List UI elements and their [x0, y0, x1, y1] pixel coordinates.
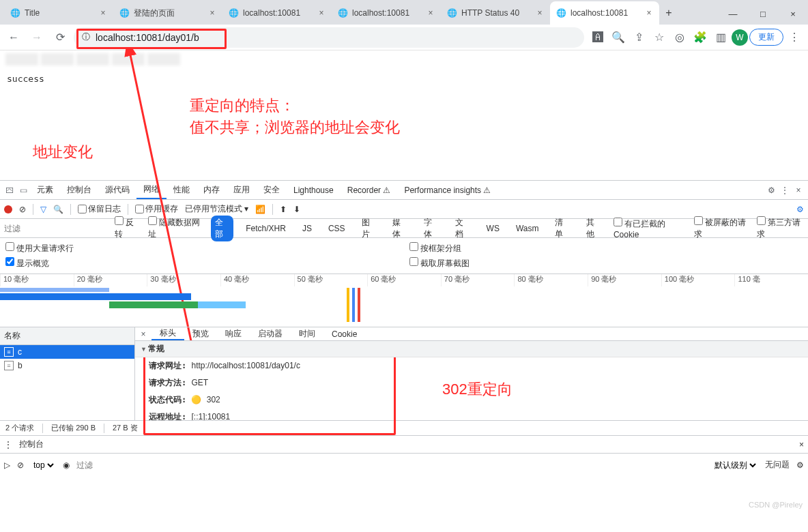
close-icon[interactable]: ×	[644, 8, 654, 18]
close-icon[interactable]: ×	[317, 8, 326, 18]
devtools-tab-active[interactable]: 网络	[136, 181, 167, 199]
download-icon[interactable]: ⬇	[293, 205, 300, 214]
devtools-tab[interactable]: 安全	[257, 181, 287, 199]
gear-icon[interactable]: ⚙	[796, 460, 804, 470]
devtools-tab[interactable]: 元素	[30, 181, 60, 199]
hide-data-checkbox[interactable]: 隐藏数据网址	[148, 216, 203, 240]
wifi-icon[interactable]: 📶	[255, 205, 265, 214]
browser-tab[interactable]: 🌐 登陆的页面 ×	[113, 1, 222, 25]
type-filter[interactable]: WS	[482, 222, 504, 235]
invert-checkbox[interactable]: 反转	[115, 216, 140, 240]
gear-icon[interactable]: ⚙	[796, 205, 804, 214]
update-button[interactable]: 更新	[749, 29, 783, 46]
gear-icon[interactable]: ⚙	[764, 186, 778, 195]
close-icon[interactable]: ×	[98, 8, 108, 18]
detail-tab[interactable]: 预览	[184, 327, 217, 340]
filter-input[interactable]	[4, 224, 106, 233]
site-icon[interactable]: ◎	[670, 28, 689, 47]
browser-tab[interactable]: 🌐 localhost:10081 ×	[222, 1, 332, 25]
stop-icon[interactable]: ▷	[4, 460, 10, 470]
bookmark-item[interactable]	[147, 53, 180, 65]
close-icon[interactable]: ×	[535, 8, 545, 18]
context-select[interactable]: top	[31, 460, 56, 471]
devtools-tab[interactable]: 内存	[197, 181, 227, 199]
type-filter[interactable]: 字体	[420, 216, 443, 241]
record-button[interactable]	[4, 205, 12, 213]
forward-button[interactable]: →	[27, 28, 46, 47]
devtools-tab[interactable]: Lighthouse	[287, 181, 341, 199]
devtools-tab[interactable]: 应用	[227, 181, 257, 199]
device-icon[interactable]: ▭	[16, 186, 30, 195]
browser-tab[interactable]: 🌐 localhost:10081 ×	[332, 1, 441, 25]
console-filter-input[interactable]	[76, 460, 281, 470]
close-detail-button[interactable]: ×	[135, 329, 152, 339]
clear-console-icon[interactable]: ⊘	[17, 460, 24, 470]
search-icon[interactable]: 🔍	[53, 205, 63, 214]
preserve-log-checkbox[interactable]: 保留日志	[78, 203, 121, 215]
eye-icon[interactable]: ◉	[63, 460, 70, 470]
detail-tab[interactable]: Cookie	[323, 327, 365, 340]
disable-cache-checkbox[interactable]: 停用缓存	[135, 203, 178, 215]
devtools-tab[interactable]: 源代码	[98, 181, 136, 199]
url-input[interactable]	[96, 32, 576, 43]
section-general[interactable]: 常规	[135, 341, 808, 357]
network-timeline[interactable]: 10 毫秒20 毫秒 30 毫秒40 毫秒 50 毫秒60 毫秒 70 毫秒80…	[0, 274, 808, 327]
filter-icon[interactable]: ▽	[40, 205, 46, 214]
clear-icon[interactable]: ⊘	[19, 205, 26, 214]
devtools-tab[interactable]: Performance insights ⚠	[397, 181, 497, 199]
detail-tab[interactable]: 启动器	[250, 327, 291, 340]
blocked-req-checkbox[interactable]: 被屏蔽的请求	[694, 216, 749, 240]
devtools-tab[interactable]: 控制台	[60, 181, 98, 199]
devtools-tab[interactable]: 性能	[167, 181, 197, 199]
menu-icon[interactable]: ⋮	[4, 440, 12, 449]
menu-icon[interactable]: ⋮	[785, 28, 804, 47]
browser-tab[interactable]: 🌐 HTTP Status 40 ×	[441, 1, 550, 25]
browser-tab-active[interactable]: 🌐 localhost:10081 ×	[550, 1, 659, 25]
type-filter[interactable]: Wasm	[512, 222, 543, 235]
type-filter[interactable]: 文档	[451, 216, 474, 241]
log-level-select[interactable]: 默认级别	[712, 460, 758, 471]
menu-icon[interactable]: ⋮	[778, 186, 792, 195]
show-overview-checkbox[interactable]: 显示概览	[5, 256, 399, 271]
type-filter[interactable]: 全部	[211, 216, 234, 241]
type-filter[interactable]: Fetch/XHR	[242, 222, 290, 235]
blocked-cookie-checkbox[interactable]: 有已拦截的 Cookie	[614, 218, 686, 239]
minimize-button[interactable]: —	[718, 3, 748, 25]
url-box[interactable]: ⓘ	[74, 27, 584, 48]
close-icon[interactable]: ×	[426, 8, 435, 18]
back-button[interactable]: ←	[4, 28, 23, 47]
zoom-icon[interactable]: 🔍	[609, 28, 628, 47]
type-filter[interactable]: 图片	[358, 216, 381, 241]
bookmark-item[interactable]	[112, 53, 145, 65]
upload-icon[interactable]: ⬆	[280, 205, 287, 214]
request-row[interactable]: ≡ c	[0, 345, 134, 359]
bookmark-item[interactable]	[5, 53, 38, 65]
bookmark-item[interactable]	[41, 53, 74, 65]
close-icon[interactable]: ×	[792, 186, 805, 195]
close-window-button[interactable]: ×	[778, 3, 808, 25]
type-filter[interactable]: 其他	[582, 216, 605, 241]
close-icon[interactable]: ×	[207, 8, 217, 18]
detail-tab[interactable]: 标头	[152, 327, 184, 340]
extensions-icon[interactable]: 🧩	[691, 28, 710, 47]
type-filter[interactable]: 清单	[551, 216, 574, 241]
throttle-select[interactable]: 已停用节流模式 ▾	[185, 203, 248, 215]
request-row[interactable]: ≡ b	[0, 359, 134, 372]
third-party-checkbox[interactable]: 第三方请求	[757, 216, 804, 240]
inspect-icon[interactable]: ⮹	[3, 186, 16, 195]
sidepanel-icon[interactable]: ▥	[711, 28, 730, 47]
reload-button[interactable]: ⟳	[50, 28, 70, 47]
maximize-button[interactable]: □	[748, 3, 778, 25]
detail-tab[interactable]: 时间	[291, 327, 323, 340]
type-filter[interactable]: JS	[298, 222, 316, 235]
share-icon[interactable]: ⇪	[629, 28, 648, 47]
browser-tab[interactable]: 🌐 Title ×	[4, 1, 113, 25]
star-icon[interactable]: ☆	[650, 28, 669, 47]
type-filter[interactable]: 媒体	[388, 216, 412, 241]
request-list-header[interactable]: 名称	[0, 327, 134, 345]
detail-scroll[interactable]: 常规 请求网址: http://localhost:10081/day01/c …	[135, 341, 808, 420]
group-frame-checkbox[interactable]: 按框架分组	[409, 241, 803, 256]
profile-avatar[interactable]: W	[732, 29, 748, 46]
bookmark-item[interactable]	[76, 53, 109, 65]
large-rows-checkbox[interactable]: 使用大量请求行	[5, 241, 399, 256]
